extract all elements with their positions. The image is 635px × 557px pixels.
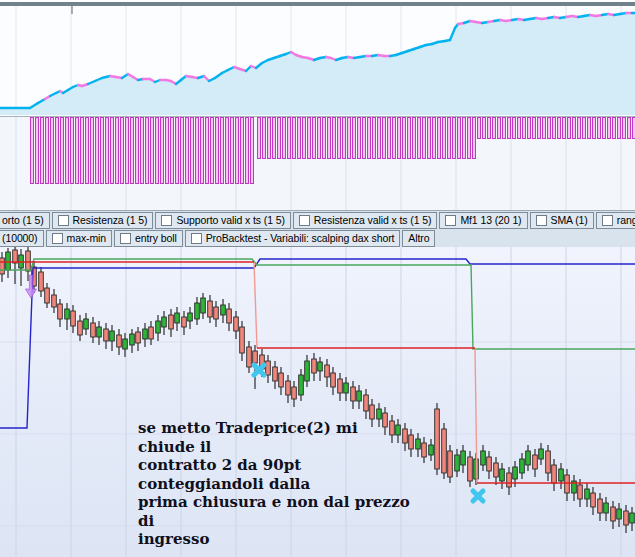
position-bar [468, 118, 471, 159]
position-bar [298, 118, 301, 159]
candle-up [344, 383, 349, 393]
candle-up [84, 319, 89, 329]
indicator-label: orto (1 5) [2, 214, 44, 226]
indicator-toggle[interactable]: entry boll [114, 230, 183, 247]
indicator-checkbox[interactable] [445, 215, 456, 226]
position-bar [146, 118, 149, 184]
position-bar [86, 118, 89, 184]
candle-up [201, 298, 206, 313]
position-bar [343, 118, 346, 159]
indicator-checkbox[interactable] [58, 215, 69, 226]
position-bar [353, 118, 356, 159]
position-bar [246, 118, 249, 184]
indicator-toolbar-row-2: (10000)max-minentry bollProBacktest - Va… [0, 229, 635, 247]
indicator-toggle[interactable]: SMA (1) [530, 212, 594, 229]
indicator-toggle[interactable]: Resistenza (1 5) [52, 212, 154, 229]
position-bar [438, 118, 441, 159]
candle-down [435, 409, 440, 469]
position-bar [538, 118, 541, 139]
position-bar [268, 118, 271, 159]
candle-down [78, 321, 83, 335]
price-chart-panel[interactable]: se metto Tradeprice(2) mi chiude il cont… [0, 247, 635, 557]
candle-up [630, 513, 635, 523]
position-bar [101, 118, 104, 184]
indicator-checkbox[interactable] [602, 215, 613, 226]
position-size-histogram [0, 117, 635, 210]
position-bar [121, 118, 124, 184]
indicator-checkbox[interactable] [299, 215, 310, 226]
position-bar [473, 118, 476, 159]
candle-up [65, 309, 70, 319]
indicator-label: Altro [408, 232, 429, 244]
indicator-toggle[interactable]: Resistenza valid x ts (1 5) [293, 212, 438, 229]
candle-down [240, 327, 245, 353]
position-bar [488, 118, 491, 139]
candle-down [422, 443, 427, 457]
position-bar [413, 118, 416, 159]
indicator-checkbox[interactable] [536, 215, 547, 226]
indicator-checkbox[interactable] [161, 215, 172, 226]
stop-line-blue [0, 259, 635, 428]
indicator-checkbox[interactable] [52, 233, 63, 244]
indicator-toggle[interactable]: orto (1 5) [0, 212, 50, 229]
candle-up [500, 469, 505, 481]
position-bar [91, 118, 94, 184]
position-bar [131, 118, 134, 184]
candle-down [52, 295, 57, 307]
position-bar [308, 118, 311, 159]
position-bar [161, 118, 164, 184]
position-bar [603, 118, 606, 139]
position-bar [613, 118, 616, 139]
position-bar [258, 118, 261, 159]
position-bar [41, 118, 44, 184]
candle-down [370, 405, 375, 419]
position-bar [548, 118, 551, 139]
indicator-toggle[interactable]: Mf1 13 (20 1) [439, 212, 527, 229]
position-bar [478, 118, 481, 139]
position-bar [463, 118, 466, 159]
position-bar [448, 118, 451, 159]
indicator-toggle[interactable]: max-min [46, 230, 113, 247]
position-bar [81, 118, 84, 184]
indicator-label: Resistenza valid x ts (1 5) [314, 214, 432, 226]
position-bar [378, 118, 381, 159]
candle-down [338, 379, 343, 393]
candle-down [253, 351, 258, 363]
candle-up [162, 317, 167, 327]
candle-down [169, 315, 174, 329]
candle-up [175, 313, 180, 323]
position-bar [151, 118, 154, 184]
position-bar [553, 118, 556, 139]
indicator-checkbox[interactable] [191, 233, 202, 244]
indicator-toggle[interactable]: ProBacktest - Variabili: scalping dax sh… [185, 230, 401, 247]
candle-up [97, 327, 102, 337]
candle-down [214, 307, 219, 319]
position-bar [578, 118, 581, 139]
position-bar [191, 118, 194, 184]
indicator-label: ProBacktest - Variabili: scalping dax sh… [206, 232, 395, 244]
indicator-toggle[interactable]: Supporto valid x ts (1 5) [155, 212, 290, 229]
candle-up [299, 375, 304, 395]
candle-up [455, 455, 460, 471]
indicator-label: Mf1 13 (20 1) [460, 214, 521, 226]
position-bar [623, 118, 626, 139]
candle-down [136, 332, 141, 343]
indicator-toggle[interactable]: range 0.7 [596, 212, 635, 229]
position-bar [483, 118, 486, 139]
candle-down [13, 250, 18, 263]
position-bar [181, 118, 184, 184]
indicator-checkbox[interactable] [120, 233, 131, 244]
toolbar-button-altro[interactable]: Altro [402, 230, 435, 247]
indicator-toggle[interactable]: (10000) [0, 230, 44, 247]
position-bar [498, 118, 501, 139]
position-bar [588, 118, 591, 139]
position-size-panel [0, 117, 635, 210]
candle-up [429, 445, 434, 455]
candle-down [591, 493, 596, 507]
position-bar [226, 118, 229, 184]
position-bar [66, 118, 69, 184]
position-bar [458, 118, 461, 159]
position-bar [186, 118, 189, 184]
candle-up [481, 451, 486, 465]
indicator-toolbar: orto (1 5)Resistenza (1 5)Supporto valid… [0, 210, 635, 247]
